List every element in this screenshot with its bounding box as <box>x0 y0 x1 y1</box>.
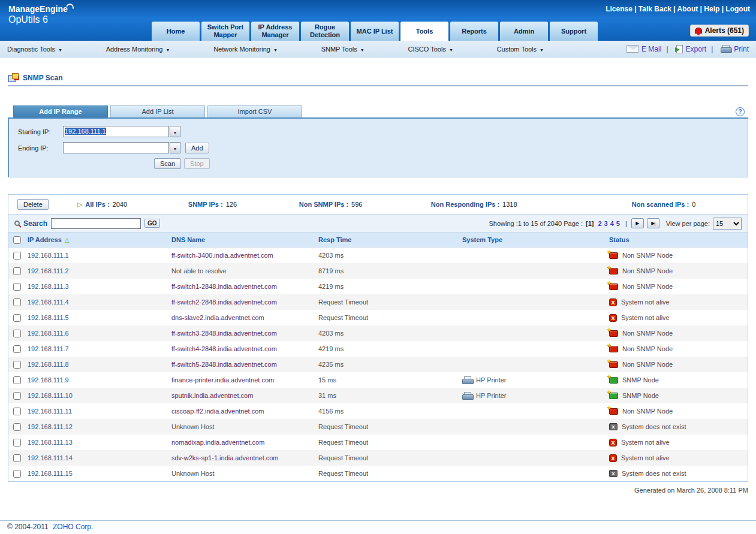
menu-item[interactable]: Custom Tools <box>497 46 544 53</box>
header-link[interactable]: License <box>606 5 632 13</box>
view-per-page-select[interactable]: 15 <box>713 218 742 230</box>
row-checkbox[interactable] <box>13 454 21 462</box>
stop-button[interactable]: Stop <box>184 158 210 169</box>
scan-results-table: IP Address DNS Name Resp Time System Typ… <box>8 233 748 481</box>
status-label: System does not exist <box>622 470 686 477</box>
menu-item[interactable]: SNMP Tools <box>321 46 365 53</box>
row-checkbox[interactable] <box>13 330 21 337</box>
main-tab[interactable]: MAC IP List <box>351 22 399 41</box>
row-checkbox[interactable] <box>13 283 21 291</box>
dns-name-cell: Unknown Host <box>170 470 317 477</box>
stat-value: 596 <box>351 201 362 208</box>
add-button[interactable]: Add <box>185 143 209 153</box>
ip-stats: All IPs : 2040 SNMP IPs : 126 Non SNMP I <box>77 201 748 209</box>
generated-timestamp: Generated on March 26, 2008 8:11 PM <box>0 487 748 494</box>
menu-action[interactable]: Export <box>661 45 706 53</box>
column-ip-address[interactable]: IP Address <box>26 236 170 243</box>
main-tab[interactable]: Admin <box>500 22 548 41</box>
ip-address-cell: 192.168.111.13 <box>26 439 170 446</box>
column-system-type[interactable]: System Type <box>461 236 608 243</box>
zoho-link[interactable]: ZOHO Corp. <box>53 523 93 531</box>
main-tab[interactable]: Switch Port Mapper <box>201 22 249 41</box>
row-checkbox[interactable] <box>13 345 21 353</box>
row-checkbox[interactable] <box>13 408 21 415</box>
menu-action[interactable]: Print <box>706 45 749 53</box>
ip-address-cell: 192.168.111.6 <box>26 330 170 337</box>
header-link[interactable]: Help <box>698 5 719 13</box>
app-root: ManageEngine OpUtils 6 LicenseTalk BackA… <box>0 0 756 494</box>
header-link[interactable]: Logout <box>719 5 750 13</box>
go-button[interactable]: GO <box>144 219 160 228</box>
main-tab[interactable]: Tools <box>400 22 448 41</box>
page-link[interactable]: 5 <box>616 220 620 227</box>
ending-ip-dropdown-button[interactable] <box>170 142 180 153</box>
row-checkbox[interactable] <box>13 298 21 306</box>
column-resp-time[interactable]: Resp Time <box>317 236 461 243</box>
main-tab[interactable]: Rogue Detection <box>301 22 349 41</box>
table-row: 192.168.111.12 Unknown Host Request Time… <box>8 419 748 435</box>
menu-item[interactable]: Diagnostic Tools <box>7 46 62 53</box>
main-tab[interactable]: Reports <box>450 22 498 41</box>
status-label: System not alive <box>621 298 670 306</box>
scan-tab[interactable]: Add IP Range <box>13 105 108 117</box>
printer-icon <box>462 392 472 400</box>
dns-name-cell: ff-switch-3400.india.adventnet.com <box>170 252 317 259</box>
starting-ip-input[interactable]: 192.168.111.1 <box>63 126 169 137</box>
next-page-button[interactable] <box>631 218 644 228</box>
system-type-label: HP Printer <box>476 392 507 399</box>
menu-item[interactable]: Address Monitoring <box>106 46 170 53</box>
column-dns-name[interactable]: DNS Name <box>170 236 317 243</box>
scan-button[interactable]: Scan <box>154 158 181 169</box>
row-checkbox[interactable] <box>13 423 21 431</box>
header-link[interactable]: Talk Back <box>632 5 671 13</box>
main-tab[interactable]: Home <box>152 22 200 41</box>
row-checkbox[interactable] <box>13 392 21 400</box>
column-status[interactable]: Status <box>608 236 748 243</box>
row-checkbox[interactable] <box>13 314 21 322</box>
select-all-checkbox[interactable] <box>13 236 21 244</box>
results-section: Delete All IPs : 2040 SNMP IPs : 126 <box>8 194 748 482</box>
resp-time-cell: 4219 ms <box>317 283 461 290</box>
help-icon[interactable] <box>736 107 745 116</box>
table-row: 192.168.111.8 ff-switch5-2848.india.adve… <box>8 357 748 372</box>
scan-tab[interactable]: Add IP List <box>110 105 205 117</box>
row-checkbox[interactable] <box>13 376 21 384</box>
page-link[interactable]: 4 <box>610 220 614 227</box>
search-input[interactable] <box>51 218 141 229</box>
ip-address-cell: 192.168.111.15 <box>26 470 170 477</box>
ip-address-cell: 192.168.111.8 <box>26 361 170 368</box>
main-tab[interactable]: IP Address Manager <box>251 22 299 41</box>
page-link[interactable]: 3 <box>604 220 608 227</box>
starting-ip-dropdown-button[interactable] <box>170 126 180 137</box>
ending-ip-input[interactable] <box>63 142 169 153</box>
caret-down-icon <box>273 46 278 53</box>
delete-button[interactable]: Delete <box>17 199 49 210</box>
status-cell: System not alive <box>608 439 748 446</box>
alerts-badge[interactable]: Alerts (651) <box>690 25 749 37</box>
resp-time-cell: 31 ms <box>317 392 461 399</box>
ip-address-cell: 192.168.111.11 <box>26 408 170 415</box>
row-checkbox[interactable] <box>13 267 21 275</box>
status-cell: System not alive <box>608 314 748 322</box>
main-tab[interactable]: Support <box>550 22 598 41</box>
scan-tab[interactable]: Import CSV <box>207 105 302 117</box>
menu-action[interactable]: E Mail <box>627 45 661 53</box>
status-icon <box>609 330 618 337</box>
last-page-button[interactable] <box>647 218 659 228</box>
main-tabs: HomeSwitch Port MapperIP Address Manager… <box>152 22 598 41</box>
row-checkbox[interactable] <box>13 470 21 478</box>
table-row: 192.168.111.10 sputnik.india.adventnet.c… <box>8 388 748 403</box>
current-page: [1] <box>586 220 594 227</box>
status-icon <box>609 298 617 306</box>
row-checkbox[interactable] <box>13 361 21 369</box>
caret-down-icon <box>360 46 365 53</box>
row-checkbox[interactable] <box>13 439 21 446</box>
menu-item[interactable]: CISCO Tools <box>408 46 453 53</box>
row-checkbox[interactable] <box>13 252 21 260</box>
header-link[interactable]: About <box>671 5 698 13</box>
stat-value: 126 <box>226 201 237 208</box>
dns-name-cell: dns-slave2.india.adventnet.com <box>170 314 317 321</box>
scan-tabs-row: Add IP RangeAdd IP ListImport CSV <box>8 105 748 117</box>
page-link[interactable]: 2 <box>598 220 601 227</box>
menu-item[interactable]: Network Monitoring <box>213 46 278 53</box>
